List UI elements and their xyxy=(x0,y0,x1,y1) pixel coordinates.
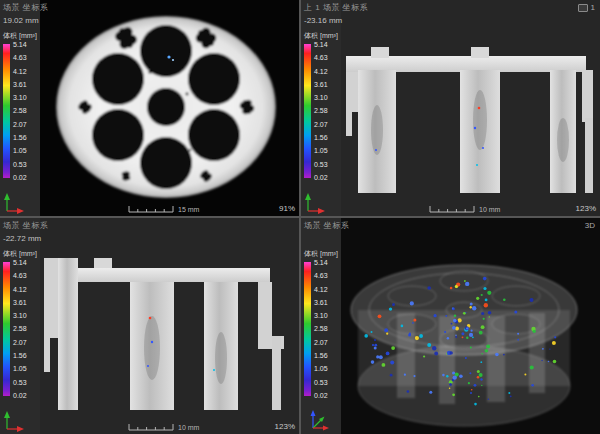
ruler-ticks-icon xyxy=(429,203,475,213)
axis-indicator xyxy=(303,190,327,214)
defect-marker-blue xyxy=(167,55,170,58)
slice-position: -22.72 mm xyxy=(3,234,48,243)
colorbar-tick-value: 2.58 xyxy=(13,107,27,114)
ruler-ticks-icon xyxy=(128,203,174,213)
colorbar-tick-value: 1.05 xyxy=(314,147,328,154)
colorbar-bar xyxy=(3,262,10,396)
view-title: 上 1 场景 坐标系 xyxy=(304,2,368,13)
viewport-grid: 场景 坐标系 19.02 mm 体积 [mm³] 5.144.634.123.6… xyxy=(0,0,600,434)
scale-ruler: 10 mm xyxy=(429,203,500,213)
slice-position: -23.16 mm xyxy=(304,16,368,25)
view-title: 场景 坐标系 xyxy=(3,220,48,231)
colorbar-ticks: 5.144.634.123.613.102.582.071.561.050.53… xyxy=(13,41,27,181)
colorbar-tick-value: 4.63 xyxy=(13,272,27,279)
view-header: 场景 坐标系 -22.72 mm xyxy=(3,220,48,243)
colorbar-tick-value: 2.58 xyxy=(314,325,328,332)
colorbar-tick-value: 4.63 xyxy=(314,54,328,61)
colorbar-tick-value: 1.05 xyxy=(13,147,27,154)
view-bottom-left: 场景 坐标系 -22.72 mm 体积 [mm³] 5.144.634.123.… xyxy=(0,218,299,434)
camera-icon xyxy=(578,4,588,12)
view-mode-label: 3D xyxy=(585,221,595,230)
top-slice-image[interactable] xyxy=(0,0,299,216)
axis-indicator xyxy=(2,190,26,214)
colorbar-ticks: 5.144.634.123.613.102.582.071.561.050.53… xyxy=(314,259,328,399)
colorbar-tick-value: 2.07 xyxy=(13,339,27,346)
colorbar-tick-value: 3.10 xyxy=(13,94,27,101)
camera-indicator-label: 1 xyxy=(591,3,595,12)
colorbar-tick-value: 0.02 xyxy=(314,174,328,181)
colorbar-tick-value: 1.56 xyxy=(314,352,328,359)
colorbar-tick-value: 4.12 xyxy=(314,68,328,75)
colorbar-tick-value: 1.56 xyxy=(13,352,27,359)
colorbar-tick-value: 0.53 xyxy=(314,161,328,168)
volume-colorbar: 体积 [mm³] 5.144.634.123.613.102.582.071.5… xyxy=(3,249,37,399)
colorbar-tick-value: 2.07 xyxy=(13,121,27,128)
view-top-left: 场景 坐标系 19.02 mm 体积 [mm³] 5.144.634.123.6… xyxy=(0,0,299,216)
colorbar-tick-value: 5.14 xyxy=(314,41,328,48)
colorbar-tick-value: 0.02 xyxy=(314,392,328,399)
colorbar-tick-value: 3.61 xyxy=(13,81,27,88)
scale-ruler-label: 15 mm xyxy=(178,206,199,213)
colorbar-ticks: 5.144.634.123.613.102.582.071.561.050.53… xyxy=(13,259,27,399)
colorbar-tick-value: 5.14 xyxy=(314,259,328,266)
colorbar-unit-label: 体积 [mm³] xyxy=(304,31,338,41)
volume-colorbar: 体积 [mm³] 5.144.634.123.613.102.582.071.5… xyxy=(3,31,37,181)
colorbar-ticks: 5.144.634.123.613.102.582.071.561.050.53… xyxy=(314,41,328,181)
colorbar-tick-value: 4.63 xyxy=(314,272,328,279)
section-shape xyxy=(44,258,284,410)
colorbar-unit-label: 体积 [mm³] xyxy=(3,31,37,41)
view-bottom-right: 场景 坐标系 3D 体积 [mm³] 5.144.634.123.613.102… xyxy=(301,218,600,434)
colorbar-tick-value: 0.53 xyxy=(13,161,27,168)
view-header: 上 1 场景 坐标系 -23.16 mm xyxy=(304,2,368,25)
colorbar-tick-value: 3.10 xyxy=(314,312,328,319)
view-top-right: 上 1 场景 坐标系 -23.16 mm 1 体积 [mm³] 5.144.63… xyxy=(301,0,600,216)
volume-colorbar: 体积 [mm³] 5.144.634.123.613.102.582.071.5… xyxy=(304,31,338,181)
view-header: 场景 坐标系 19.02 mm xyxy=(3,2,48,25)
colorbar-unit-label: 体积 [mm³] xyxy=(3,249,37,259)
volume-colorbar: 体积 [mm³] 5.144.634.123.613.102.582.071.5… xyxy=(304,249,338,399)
zoom-percentage: 123% xyxy=(576,204,596,213)
colorbar-tick-value: 3.10 xyxy=(13,312,27,319)
colorbar-tick-value: 0.02 xyxy=(13,174,27,181)
section-slice-image[interactable] xyxy=(301,0,600,216)
axis-indicator xyxy=(2,408,26,432)
colorbar-tick-value: 3.61 xyxy=(13,299,27,306)
view-header: 场景 坐标系 xyxy=(304,220,349,231)
colorbar-tick-value: 2.58 xyxy=(314,107,328,114)
scale-ruler-label: 10 mm xyxy=(178,424,199,431)
colorbar-tick-value: 2.58 xyxy=(13,325,27,332)
render-3d-image[interactable] xyxy=(301,218,600,434)
colorbar-tick-value: 2.07 xyxy=(314,121,328,128)
colorbar-tick-value: 1.05 xyxy=(13,365,27,372)
colorbar-tick-value: 5.14 xyxy=(13,41,27,48)
zoom-percentage: 123% xyxy=(275,422,295,431)
zoom-percentage: 91% xyxy=(279,204,295,213)
ruler-ticks-icon xyxy=(128,421,174,431)
camera-indicator: 1 xyxy=(578,3,595,12)
scale-ruler: 10 mm xyxy=(128,421,199,431)
slice-position: 19.02 mm xyxy=(3,16,48,25)
colorbar-tick-value: 1.56 xyxy=(13,134,27,141)
colorbar-tick-value: 3.61 xyxy=(314,299,328,306)
colorbar-bar xyxy=(304,262,311,396)
section-slice-image[interactable] xyxy=(0,218,299,434)
colorbar-tick-value: 3.61 xyxy=(314,81,328,88)
colorbar-tick-value: 2.07 xyxy=(314,339,328,346)
colorbar-tick-value: 4.63 xyxy=(13,54,27,61)
colorbar-tick-value: 4.12 xyxy=(314,286,328,293)
colorbar-tick-value: 3.10 xyxy=(314,94,328,101)
colorbar-tick-value: 4.12 xyxy=(13,286,27,293)
colorbar-unit-label: 体积 [mm³] xyxy=(304,249,338,259)
scale-ruler-label: 10 mm xyxy=(479,206,500,213)
colorbar-tick-value: 4.12 xyxy=(13,68,27,75)
colorbar-tick-value: 5.14 xyxy=(13,259,27,266)
colorbar-tick-value: 0.53 xyxy=(314,379,328,386)
colorbar-tick-value: 0.53 xyxy=(13,379,27,386)
colorbar-tick-value: 0.02 xyxy=(13,392,27,399)
defect-marker-blue xyxy=(172,59,174,61)
translucent-part xyxy=(351,265,577,426)
view-title: 场景 坐标系 xyxy=(304,220,349,231)
scale-ruler: 15 mm xyxy=(128,203,199,213)
colorbar-bar xyxy=(3,44,10,178)
view-title: 场景 坐标系 xyxy=(3,2,48,13)
